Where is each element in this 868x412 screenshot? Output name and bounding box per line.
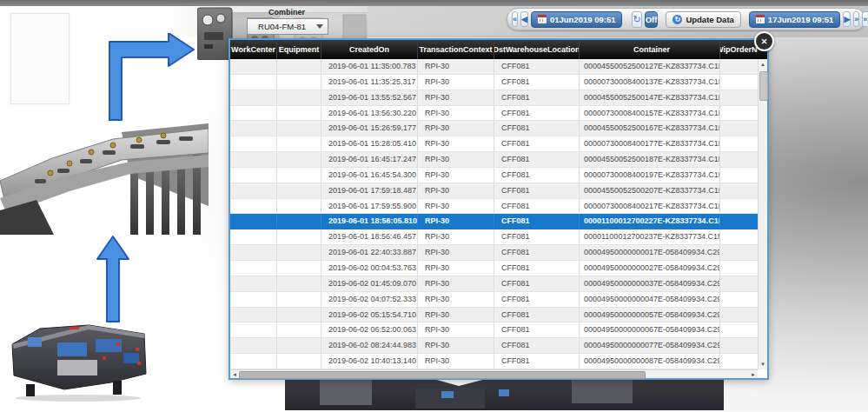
cell-created_on: 2019-06-01 22:40:33.887: [321, 245, 418, 260]
cell-transaction_context: RPI-30: [418, 229, 494, 244]
table-row[interactable]: 2019-06-01 15:26:59.177RPI-30CFF08100004…: [230, 121, 758, 136]
cell-container: 00004950000000047E-058409934.C29RB: [580, 292, 720, 307]
cell-created_on: 2019-06-01 13:55:52.567: [321, 90, 418, 105]
cell-dst_warehouse_location: CFF081: [494, 338, 580, 353]
cell-equipment: [277, 75, 321, 90]
vertical-scrollbar-thumb[interactable]: [759, 71, 768, 101]
cell-work_center: [230, 59, 277, 74]
cell-container: 00004550052500187E-KZ8337734.C1N4CB: [580, 152, 720, 167]
date-from-button[interactable]: 01Jun2019 09:51: [531, 11, 623, 28]
column-header-container[interactable]: Container: [580, 40, 720, 59]
cell-container: 00004950000000057E-058409934.C29RB: [580, 308, 720, 322]
table-row[interactable]: 2019-06-01 11:35:00.783RPI-30CFF08100004…: [230, 59, 758, 75]
table-row[interactable]: 2019-06-01 17:59:18.487RPI-30CFF08100004…: [230, 183, 758, 199]
combiner-dropdown[interactable]: RU04-FM-81: [247, 18, 328, 35]
prev-page-button[interactable]: ◀: [520, 11, 528, 27]
cell-work_center: [230, 168, 277, 183]
cell-container: 00004950000000067E-058409934.C29RB: [580, 322, 720, 337]
cell-container: 00004950000000087E-058409934.C29RB: [580, 354, 720, 369]
table-row[interactable]: 2019-06-02 01:45:09.070RPI-30CFF08100004…: [230, 276, 758, 292]
vertical-scrollbar[interactable]: ▲ ▼: [758, 59, 767, 369]
cell-dst_warehouse_location: CFF081: [494, 168, 580, 183]
cell-container: 00000730008400157E-KZ8337734.C1N4CB: [580, 106, 720, 121]
cell-dst_warehouse_location: CFF081: [494, 245, 580, 260]
table-row[interactable]: 2019-06-01 18:56:05.810RPI-30CFF08100001…: [230, 214, 758, 229]
cell-container: 00000730008400217E-KZ8337734.C1N4CB: [580, 199, 720, 214]
double-next-page-button[interactable]: »: [853, 11, 859, 27]
cell-container: 00004950000000017E-058409934.C29RB: [580, 245, 720, 260]
cell-wip_order_no: [720, 261, 758, 276]
table-row[interactable]: 2019-06-01 15:28:05.410RPI-30CFF08100000…: [230, 136, 758, 152]
cell-wip_order_no: [720, 136, 758, 151]
cell-wip_order_no: [720, 121, 758, 136]
next-page-button[interactable]: ▶: [843, 11, 851, 27]
cell-container: 00000730008400177E-KZ8337734.C1N4CB: [580, 136, 720, 151]
cell-dst_warehouse_location: CFF081: [494, 90, 580, 105]
close-button[interactable]: ✕: [754, 31, 774, 51]
table-row[interactable]: 2019-06-01 16:45:17.247RPI-30CFF08100004…: [230, 152, 758, 168]
cell-wip_order_no: [720, 354, 758, 369]
cell-transaction_context: RPI-30: [418, 136, 494, 151]
table-row[interactable]: 2019-06-01 13:55:52.567RPI-30CFF08100004…: [230, 90, 758, 106]
cell-work_center: [230, 106, 277, 121]
cell-equipment: [277, 292, 321, 307]
cell-work_center: [230, 261, 277, 276]
scroll-up-icon[interactable]: ▲: [759, 60, 767, 69]
cell-work_center: [230, 229, 277, 244]
table-row[interactable]: 2019-06-02 05:15:54.710RPI-30CFF08100004…: [230, 308, 758, 323]
cell-created_on: 2019-06-02 00:04:53.763: [321, 261, 418, 276]
table-row[interactable]: 2019-06-02 08:24:44.983RPI-30CFF08100004…: [230, 338, 758, 354]
column-header-equipment[interactable]: Equipment: [277, 40, 321, 59]
table-row[interactable]: 2019-06-02 04:07:52.333RPI-30CFF08100004…: [230, 292, 758, 308]
cell-created_on: 2019-06-02 05:15:54.710: [321, 308, 418, 322]
cell-work_center: [230, 308, 277, 322]
column-header-workcenter[interactable]: WorkCenter: [230, 40, 277, 59]
scroll-left-icon[interactable]: ◄: [230, 370, 239, 378]
table-row[interactable]: 2019-06-01 18:56:46.457RPI-30CFF08100001…: [230, 229, 758, 245]
cell-transaction_context: RPI-30: [418, 199, 494, 214]
packaging-machine-image: [9, 318, 149, 402]
cell-work_center: [230, 338, 277, 353]
cell-equipment: [277, 322, 321, 337]
cell-transaction_context: RPI-30: [418, 152, 494, 167]
cell-created_on: 2019-06-01 15:28:05.410: [321, 136, 418, 151]
scroll-right-icon[interactable]: ►: [749, 370, 758, 378]
cell-dst_warehouse_location: CFF081: [494, 276, 580, 291]
date-to-button[interactable]: 17Jun2019 09:51: [749, 11, 841, 28]
table-row[interactable]: 2019-06-01 11:35:25.317RPI-30CFF08100000…: [230, 75, 758, 90]
table-row[interactable]: 2019-06-02 06:52:00.063RPI-30CFF08100004…: [230, 322, 758, 338]
table-row[interactable]: 2019-06-02 10:40:13.140RPI-30CFF08100004…: [230, 354, 758, 369]
cell-wip_order_no: [720, 338, 758, 353]
cell-dst_warehouse_location: CFF081: [494, 308, 580, 322]
cell-container: 00004950000000037E-058409934.C29RB: [580, 276, 720, 291]
date-from-value: 01Jun2019 09:51: [550, 15, 616, 24]
last-page-button[interactable]: »|: [862, 11, 868, 27]
horizontal-scrollbar[interactable]: ◄ ►: [230, 369, 758, 378]
cell-work_center: [230, 199, 277, 214]
cell-dst_warehouse_location: CFF081: [494, 229, 580, 244]
cell-transaction_context: RPI-30: [418, 75, 494, 90]
column-header-transactioncontext[interactable]: TransactionContext: [418, 40, 494, 59]
off-toggle-button[interactable]: Off: [645, 11, 659, 28]
transactions-modal: ✕ WorkCenter Equipment CreatedOn Transac…: [229, 38, 769, 380]
cell-transaction_context: RPI-30: [418, 183, 494, 198]
cell-equipment: [277, 214, 321, 229]
table-row[interactable]: 2019-06-01 16:45:54.300RPI-30CFF08100000…: [230, 168, 758, 183]
cell-work_center: [230, 245, 277, 260]
auto-refresh-button[interactable]: ↻: [632, 11, 641, 28]
table-row[interactable]: 2019-06-01 17:59:55.900RPI-30CFF08100000…: [230, 199, 758, 215]
table-row[interactable]: 2019-06-01 22:40:33.887RPI-30CFF08100004…: [230, 245, 758, 261]
table-row[interactable]: 2019-06-02 00:04:53.763RPI-30CFF08100004…: [230, 261, 758, 276]
column-header-wiporderno[interactable]: WipOrderNo: [720, 40, 758, 59]
table-row[interactable]: 2019-06-01 13:56:30.220RPI-30CFF08100000…: [230, 106, 758, 122]
scroll-down-icon[interactable]: ▼: [759, 360, 767, 369]
column-header-createdon[interactable]: CreatedOn: [321, 40, 418, 59]
cell-wip_order_no: [720, 90, 758, 105]
horizontal-scrollbar-thumb[interactable]: [239, 371, 646, 379]
cell-created_on: 2019-06-01 17:59:55.900: [321, 199, 418, 214]
update-data-button[interactable]: ↻ Update Data: [666, 11, 740, 28]
cell-dst_warehouse_location: CFF081: [494, 292, 580, 307]
top-strip: [0, 0, 868, 6]
column-header-dstwarehouselocation[interactable]: DstWarehouseLocation: [494, 40, 580, 59]
first-page-button[interactable]: «: [512, 11, 518, 27]
